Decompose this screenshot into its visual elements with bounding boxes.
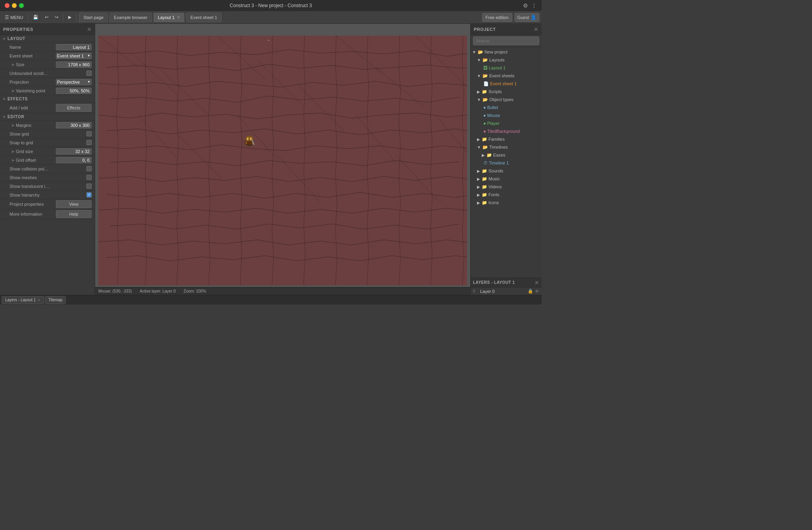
tree-icon-17: ▶ (477, 185, 480, 189)
prop-showgrid-checkbox[interactable] (86, 131, 92, 136)
tree-item-7[interactable]: ●Bullet (471, 103, 542, 111)
prop-name-value[interactable]: Layout 1 (56, 44, 92, 50)
layer-lock-icon[interactable]: 🔒 (528, 289, 533, 294)
player-sprite[interactable] (241, 132, 257, 149)
fullscreen-button[interactable] (19, 3, 24, 8)
tree-item-15[interactable]: ▶📁Sounds (471, 167, 542, 175)
prop-gridoffset-row: ▶ Grid offset 0, 0 (0, 156, 95, 165)
prop-showhierarchy-checkbox[interactable] (86, 192, 92, 197)
tree-item-6[interactable]: ▼📂Object types (471, 96, 542, 103)
tree-item-19[interactable]: ▶📁Icons (471, 199, 542, 207)
layer-row-0[interactable]: 0 Layer 0 🔒 👁 (471, 287, 542, 295)
prop-eventsheet-value[interactable]: Event sheet 1 ▼ (56, 53, 92, 59)
prop-snaptogrid-row: Snap to grid (0, 138, 95, 147)
layer-visibility-icon[interactable]: 👁 (535, 289, 539, 294)
prop-showtranslucent-checkbox[interactable] (86, 184, 92, 189)
tree-icon-13: ▶ (482, 153, 485, 157)
tab-start-page[interactable]: Start page (79, 13, 108, 22)
tree-type-icon-18: 📁 (482, 192, 487, 197)
undo-button[interactable]: ↩ (42, 13, 51, 22)
tree-item-8[interactable]: ●Mouse (471, 111, 542, 119)
play-icon: ▶ (68, 15, 71, 20)
prop-projectprops-btn[interactable]: View (56, 200, 92, 208)
settings-icon[interactable]: ⚙ (523, 2, 528, 9)
prop-snaptogrid-checkbox[interactable] (86, 140, 92, 145)
tree-item-13[interactable]: ▶📁Eases (471, 151, 542, 159)
canvas-area[interactable]: Mouse: (530, -333) Active layer: Layer 0… (95, 24, 470, 295)
tree-item-2[interactable]: 🖼Layout 1 (471, 64, 542, 72)
indent-arrow: ▶ (12, 63, 15, 67)
mouse-position: Mouse: (530, -333) (98, 289, 132, 293)
bottom-tab-layers[interactable]: Layers - Layout 1 ✕ (2, 296, 44, 304)
tab-event-sheet-1[interactable]: Event sheet 1 (186, 13, 221, 22)
tree-item-5[interactable]: ▶📁Scripts (471, 88, 542, 96)
prop-showmeshes-checkbox[interactable] (86, 175, 92, 180)
menu-button[interactable]: ☰ MENU (2, 13, 25, 22)
more-icon[interactable]: ⋮ (531, 2, 537, 9)
prop-effects-btn[interactable]: Effects (56, 104, 92, 112)
minimize-button[interactable] (12, 3, 17, 8)
tree-item-10[interactable]: ●TiledBackground (471, 127, 542, 135)
effects-section-title: EFFECTS (8, 97, 28, 101)
tree-item-11[interactable]: ▶📁Families (471, 135, 542, 143)
play-button[interactable]: ▶ (66, 13, 74, 22)
tree-item-9[interactable]: ●Player (471, 119, 542, 127)
project-panel-header: PROJECT ✕ (471, 24, 542, 35)
prop-margins-label: Margins (16, 123, 56, 128)
bottom-tab-tilemap[interactable]: Tilemap (45, 296, 66, 304)
prop-vanishing-value[interactable]: 50%, 50% (56, 88, 92, 94)
prop-projectprops-label: Project properties (10, 202, 56, 207)
prop-showcollision-checkbox[interactable] (86, 166, 92, 171)
tree-item-14[interactable]: ⏱Timeline 1 (471, 159, 542, 167)
status-bar: Mouse: (530, -333) Active layer: Layer 0… (95, 287, 470, 295)
layers-section: LAYERS - LAYOUT 1 ✕ 0 Layer 0 🔒 👁 (471, 277, 542, 295)
close-button[interactable] (5, 3, 10, 8)
project-close[interactable]: ✕ (534, 26, 538, 33)
tree-label-3: Event sheets (489, 73, 515, 78)
effects-section-header[interactable]: ▼ EFFECTS (0, 95, 95, 103)
prop-moreinfo-btn[interactable]: Help (56, 210, 92, 218)
prop-projection-value[interactable]: Perspective ▼ (56, 79, 92, 85)
tree-item-3[interactable]: ▼📂Event sheets (471, 72, 542, 80)
save-button[interactable]: 💾 (31, 13, 41, 22)
prop-size-value[interactable]: 1708 x 960 (56, 61, 92, 68)
prop-gridoffset-value[interactable]: 0, 0 (56, 157, 92, 163)
prop-unbounded-row: Unbounded scroll… (0, 69, 95, 78)
prop-gridsize-row: ▶ Grid size 32 x 32 (0, 147, 95, 156)
layers-close[interactable]: ✕ (534, 279, 539, 286)
free-edition-button[interactable]: Free edition (482, 13, 512, 22)
redo-button[interactable]: ↪ (52, 13, 61, 22)
tree-item-4[interactable]: 📄Event sheet 1 (471, 80, 542, 88)
editor-section-header[interactable]: ▼ EDITOR (0, 113, 95, 121)
properties-close[interactable]: ✕ (87, 26, 92, 33)
tree-item-18[interactable]: ▶📁Fonts (471, 191, 542, 199)
tree-label-4: Event sheet 1 (490, 81, 517, 86)
tab-example-browser[interactable]: Example browser (109, 13, 152, 22)
tab-layout-1[interactable]: Layout 1 ✕ (153, 13, 184, 22)
prop-gridsize-value[interactable]: 32 x 32 (56, 148, 92, 155)
tree-item-12[interactable]: ▼📂Timelines (471, 143, 542, 151)
tree-type-icon-14: ⏱ (483, 161, 488, 165)
prop-unbounded-checkbox[interactable] (86, 71, 92, 76)
tree-icon-3: ▼ (477, 74, 481, 78)
tree-item-1[interactable]: ▼📂Layouts (471, 56, 542, 64)
tree-type-icon-15: 📁 (482, 168, 487, 174)
prop-showhierarchy-label: Show hierarchy (10, 193, 86, 197)
tree-label-12: Timelines (489, 145, 508, 149)
layout-section-header[interactable]: ▼ LAYOUT (0, 35, 95, 43)
search-input[interactable] (473, 36, 539, 45)
prop-size-label: Size (16, 62, 56, 67)
indent-arrow-3: ▶ (12, 123, 15, 127)
layout-canvas[interactable] (98, 36, 467, 285)
guest-button[interactable]: Guest 👤 (515, 13, 539, 22)
tree-item-17[interactable]: ▶📁Videos (471, 183, 542, 191)
prop-unbounded-label: Unbounded scroll… (10, 71, 86, 76)
tree-item-16[interactable]: ▶📁Music (471, 175, 542, 183)
user-icon: 👤 (530, 15, 536, 20)
bottom-tab-close-layers[interactable]: ✕ (37, 298, 40, 302)
prop-margins-value[interactable]: 300 x 300 (56, 122, 92, 128)
indent-arrow-5: ▶ (12, 158, 15, 162)
tab-close-layout-1[interactable]: ✕ (177, 15, 180, 19)
tree-icon-16: ▶ (477, 177, 480, 181)
tree-item-0[interactable]: ▼📂New project (471, 48, 542, 56)
